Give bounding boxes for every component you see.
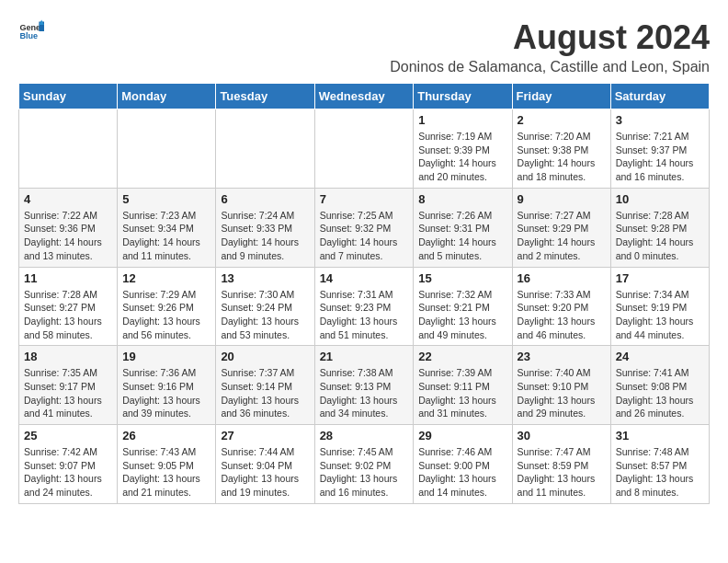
day-number: 9 (518, 192, 606, 206)
day-info: Sunrise: 7:46 AM Sunset: 9:00 PM Dayligh… (418, 445, 506, 500)
day-number: 7 (320, 192, 409, 206)
day-number: 22 (418, 350, 506, 363)
calendar-cell: 10Sunrise: 7:28 AM Sunset: 9:28 PM Dayli… (610, 188, 709, 267)
weekday-header-saturday: Saturday (610, 84, 709, 109)
page-header: General Blue August 2024 Doninos de Sala… (18, 18, 710, 75)
logo: General Blue (18, 18, 44, 44)
day-info: Sunrise: 7:42 AM Sunset: 9:07 PM Dayligh… (24, 445, 112, 500)
day-number: 27 (221, 429, 309, 442)
day-info: Sunrise: 7:22 AM Sunset: 9:36 PM Dayligh… (24, 209, 112, 263)
weekday-header-thursday: Thursday (414, 84, 512, 109)
day-info: Sunrise: 7:31 AM Sunset: 9:23 PM Dayligh… (320, 288, 409, 342)
day-number: 11 (24, 271, 112, 285)
calendar-cell: 13Sunrise: 7:30 AM Sunset: 9:24 PM Dayli… (216, 267, 314, 346)
day-number: 24 (616, 350, 704, 363)
calendar-cell: 28Sunrise: 7:45 AM Sunset: 9:02 PM Dayli… (314, 425, 414, 504)
day-info: Sunrise: 7:39 AM Sunset: 9:11 PM Dayligh… (418, 366, 506, 420)
week-row-2: 4Sunrise: 7:22 AM Sunset: 9:36 PM Daylig… (19, 188, 710, 267)
day-number: 30 (518, 429, 606, 442)
calendar-cell: 11Sunrise: 7:28 AM Sunset: 9:27 PM Dayli… (19, 267, 118, 346)
day-info: Sunrise: 7:23 AM Sunset: 9:34 PM Dayligh… (122, 209, 210, 263)
day-info: Sunrise: 7:21 AM Sunset: 9:37 PM Dayligh… (616, 130, 704, 184)
day-info: Sunrise: 7:28 AM Sunset: 9:27 PM Dayligh… (24, 288, 112, 342)
calendar-cell: 24Sunrise: 7:41 AM Sunset: 9:08 PM Dayli… (610, 346, 709, 425)
day-info: Sunrise: 7:27 AM Sunset: 9:29 PM Dayligh… (518, 209, 606, 263)
day-number: 14 (320, 271, 409, 285)
logo-icon: General Blue (18, 18, 44, 44)
calendar-cell: 29Sunrise: 7:46 AM Sunset: 9:00 PM Dayli… (414, 425, 512, 504)
day-number: 31 (616, 429, 704, 442)
calendar-cell: 17Sunrise: 7:34 AM Sunset: 9:19 PM Dayli… (610, 267, 709, 346)
weekday-header-sunday: Sunday (19, 84, 118, 109)
day-number: 26 (122, 429, 210, 442)
day-number: 19 (122, 350, 210, 363)
day-info: Sunrise: 7:25 AM Sunset: 9:32 PM Dayligh… (320, 209, 409, 263)
calendar-cell: 22Sunrise: 7:39 AM Sunset: 9:11 PM Dayli… (414, 346, 512, 425)
calendar-cell: 15Sunrise: 7:32 AM Sunset: 9:21 PM Dayli… (414, 267, 512, 346)
day-number: 1 (418, 113, 506, 127)
day-info: Sunrise: 7:44 AM Sunset: 9:04 PM Dayligh… (221, 445, 309, 500)
day-info: Sunrise: 7:32 AM Sunset: 9:21 PM Dayligh… (418, 288, 506, 342)
calendar-cell: 16Sunrise: 7:33 AM Sunset: 9:20 PM Dayli… (512, 267, 610, 346)
day-number: 13 (221, 271, 309, 285)
calendar-table: SundayMondayTuesdayWednesdayThursdayFrid… (18, 83, 710, 504)
day-info: Sunrise: 7:47 AM Sunset: 8:59 PM Dayligh… (518, 445, 606, 500)
day-number: 20 (221, 350, 309, 363)
day-number: 2 (518, 113, 606, 127)
day-info: Sunrise: 7:37 AM Sunset: 9:14 PM Dayligh… (221, 366, 309, 420)
day-number: 18 (24, 350, 112, 363)
calendar-cell: 8Sunrise: 7:26 AM Sunset: 9:31 PM Daylig… (414, 188, 512, 267)
calendar-cell: 5Sunrise: 7:23 AM Sunset: 9:34 PM Daylig… (118, 188, 216, 267)
weekday-header-friday: Friday (512, 84, 610, 109)
calendar-cell (314, 109, 414, 189)
week-row-3: 11Sunrise: 7:28 AM Sunset: 9:27 PM Dayli… (19, 267, 710, 346)
day-number: 8 (418, 192, 506, 206)
location-subtitle: Doninos de Salamanca, Castille and Leon,… (390, 59, 710, 75)
day-info: Sunrise: 7:30 AM Sunset: 9:24 PM Dayligh… (221, 288, 309, 342)
calendar-cell: 4Sunrise: 7:22 AM Sunset: 9:36 PM Daylig… (19, 188, 118, 267)
weekday-header-tuesday: Tuesday (216, 84, 314, 109)
calendar-cell: 14Sunrise: 7:31 AM Sunset: 9:23 PM Dayli… (314, 267, 414, 346)
day-number: 12 (122, 271, 210, 285)
weekday-header-wednesday: Wednesday (314, 84, 414, 109)
day-info: Sunrise: 7:26 AM Sunset: 9:31 PM Dayligh… (418, 209, 506, 263)
calendar-cell: 23Sunrise: 7:40 AM Sunset: 9:10 PM Dayli… (512, 346, 610, 425)
day-number: 25 (24, 429, 112, 442)
weekday-header-row: SundayMondayTuesdayWednesdayThursdayFrid… (19, 84, 710, 109)
day-number: 23 (518, 350, 606, 363)
calendar-cell: 1Sunrise: 7:19 AM Sunset: 9:39 PM Daylig… (414, 109, 512, 189)
day-info: Sunrise: 7:24 AM Sunset: 9:33 PM Dayligh… (221, 209, 309, 263)
calendar-cell: 30Sunrise: 7:47 AM Sunset: 8:59 PM Dayli… (512, 425, 610, 504)
day-info: Sunrise: 7:38 AM Sunset: 9:13 PM Dayligh… (320, 366, 409, 420)
calendar-cell: 27Sunrise: 7:44 AM Sunset: 9:04 PM Dayli… (216, 425, 314, 504)
day-number: 17 (616, 271, 704, 285)
calendar-cell (19, 109, 118, 189)
calendar-cell: 12Sunrise: 7:29 AM Sunset: 9:26 PM Dayli… (118, 267, 216, 346)
calendar-cell: 2Sunrise: 7:20 AM Sunset: 9:38 PM Daylig… (512, 109, 610, 189)
month-year-title: August 2024 (390, 18, 710, 57)
day-number: 4 (24, 192, 112, 206)
day-info: Sunrise: 7:40 AM Sunset: 9:10 PM Dayligh… (518, 366, 606, 420)
week-row-1: 1Sunrise: 7:19 AM Sunset: 9:39 PM Daylig… (19, 109, 710, 189)
day-number: 3 (616, 113, 704, 127)
title-area: August 2024 Doninos de Salamanca, Castil… (390, 18, 710, 75)
calendar-cell: 25Sunrise: 7:42 AM Sunset: 9:07 PM Dayli… (19, 425, 118, 504)
calendar-cell: 21Sunrise: 7:38 AM Sunset: 9:13 PM Dayli… (314, 346, 414, 425)
calendar-cell (216, 109, 314, 189)
day-number: 21 (320, 350, 409, 363)
calendar-cell: 18Sunrise: 7:35 AM Sunset: 9:17 PM Dayli… (19, 346, 118, 425)
day-info: Sunrise: 7:33 AM Sunset: 9:20 PM Dayligh… (518, 288, 606, 342)
day-number: 15 (418, 271, 506, 285)
day-number: 29 (418, 429, 506, 442)
calendar-cell (118, 109, 216, 189)
day-info: Sunrise: 7:28 AM Sunset: 9:28 PM Dayligh… (616, 209, 704, 263)
week-row-4: 18Sunrise: 7:35 AM Sunset: 9:17 PM Dayli… (19, 346, 710, 425)
day-info: Sunrise: 7:45 AM Sunset: 9:02 PM Dayligh… (320, 445, 409, 500)
weekday-header-monday: Monday (118, 84, 216, 109)
calendar-cell: 6Sunrise: 7:24 AM Sunset: 9:33 PM Daylig… (216, 188, 314, 267)
day-info: Sunrise: 7:35 AM Sunset: 9:17 PM Dayligh… (24, 366, 112, 420)
day-info: Sunrise: 7:20 AM Sunset: 9:38 PM Dayligh… (518, 130, 606, 184)
day-number: 28 (320, 429, 409, 442)
week-row-5: 25Sunrise: 7:42 AM Sunset: 9:07 PM Dayli… (19, 425, 710, 504)
day-number: 6 (221, 192, 309, 206)
